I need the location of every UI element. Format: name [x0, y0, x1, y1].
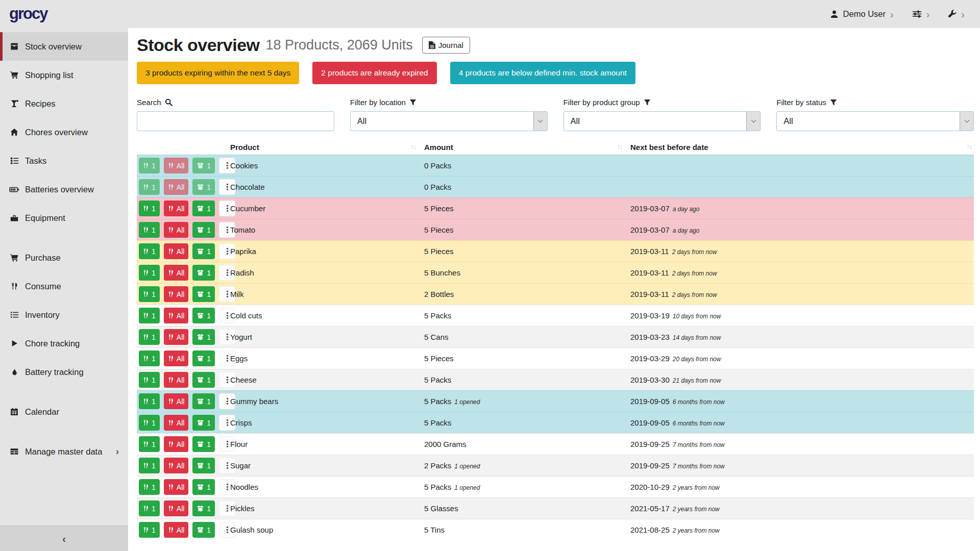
consume-one-button[interactable]: 1	[139, 286, 160, 302]
sidebar-item-stock-overview[interactable]: Stock overview	[0, 32, 128, 61]
open-one-button[interactable]: 1	[192, 265, 215, 281]
table-row[interactable]: 1 All 1 ⋮ Cookies	[137, 155, 974, 176]
table-row[interactable]: 1 All 1 ⋮ Tomato	[137, 219, 974, 240]
consume-all-button[interactable]: All	[164, 479, 189, 495]
table-row[interactable]: 1 All 1 ⋮ Pickles	[137, 497, 974, 519]
consume-one-button[interactable]: 1	[139, 393, 160, 409]
consume-all-button[interactable]: All	[164, 308, 189, 323]
settings-menu[interactable]: ›	[912, 9, 930, 19]
consume-all-button[interactable]: All	[164, 393, 189, 409]
open-one-button[interactable]: 1	[192, 158, 215, 173]
consume-all-button[interactable]: All	[164, 329, 189, 345]
amount-column-header[interactable]: Amount ↑↓	[424, 143, 630, 152]
date-column-header[interactable]: Next best before date ↑↓	[630, 143, 974, 152]
consume-one-button[interactable]: 1	[139, 179, 160, 195]
consume-all-button[interactable]: All	[164, 265, 189, 281]
open-one-button[interactable]: 1	[192, 372, 215, 388]
consume-one-button[interactable]: 1	[139, 522, 160, 538]
consume-one-button[interactable]: 1	[139, 308, 160, 323]
consume-one-button[interactable]: 1	[139, 479, 160, 495]
sidebar-item-calendar[interactable]: Calendar	[0, 397, 128, 426]
consume-all-button[interactable]: All	[164, 201, 189, 216]
open-one-button[interactable]: 1	[192, 393, 215, 409]
sort-icon[interactable]: ↑↓	[411, 143, 416, 151]
open-one-button[interactable]: 1	[192, 458, 215, 473]
consume-all-button[interactable]: All	[164, 222, 189, 238]
consume-one-button[interactable]: 1	[139, 329, 160, 345]
consume-all-button[interactable]: All	[164, 286, 189, 302]
table-row[interactable]: 1 All 1 ⋮ Yogurt	[137, 326, 974, 347]
consume-one-button[interactable]: 1	[139, 222, 160, 238]
sidebar-item-consume[interactable]: Consume	[0, 272, 128, 300]
table-row[interactable]: 1 All 1 ⋮ Gulash soup	[137, 519, 974, 540]
consume-one-button[interactable]: 1	[139, 458, 160, 473]
table-row[interactable]: 1 All 1 ⋮ Noodles	[137, 476, 974, 497]
consume-one-button[interactable]: 1	[139, 265, 160, 281]
consume-all-button[interactable]: All	[164, 158, 189, 173]
consume-one-button[interactable]: 1	[139, 243, 160, 259]
consume-all-button[interactable]: All	[164, 179, 189, 195]
admin-menu[interactable]: ›	[948, 9, 965, 19]
open-one-button[interactable]: 1	[192, 243, 215, 259]
consume-one-button[interactable]: 1	[139, 415, 160, 431]
sidebar-item-equipment[interactable]: Equipment	[0, 204, 128, 232]
filter-select[interactable]: All	[564, 111, 761, 131]
open-one-button[interactable]: 1	[192, 415, 215, 431]
product-column-header[interactable]: Product ↑↓	[230, 143, 424, 152]
sidebar-item-tasks[interactable]: Tasks	[0, 146, 128, 175]
consume-all-button[interactable]: All	[164, 522, 189, 538]
open-one-button[interactable]: 1	[192, 522, 215, 538]
consume-all-button[interactable]: All	[164, 350, 189, 366]
sort-icon[interactable]: ↑↓	[967, 143, 972, 151]
table-row[interactable]: 1 All 1 ⋮ Gummy bears	[137, 390, 974, 412]
consume-all-button[interactable]: All	[164, 372, 189, 388]
table-row[interactable]: 1 All 1 ⋮ Paprika	[137, 240, 974, 262]
consume-one-button[interactable]: 1	[139, 158, 160, 173]
consume-one-button[interactable]: 1	[139, 372, 160, 388]
open-one-button[interactable]: 1	[192, 308, 215, 323]
table-row[interactable]: 1 All 1 ⋮ Chocolate	[137, 176, 974, 197]
journal-button[interactable]: Journal	[422, 37, 470, 54]
sort-icon[interactable]: ↑↓	[617, 143, 623, 151]
table-row[interactable]: 1 All 1 ⋮ Sugar	[137, 455, 974, 476]
sidebar-item-chores-overview[interactable]: Chores overview	[0, 118, 128, 146]
open-one-button[interactable]: 1	[192, 329, 215, 345]
open-one-button[interactable]: 1	[192, 201, 215, 216]
consume-all-button[interactable]: All	[164, 500, 189, 516]
consume-one-button[interactable]: 1	[139, 350, 160, 366]
table-row[interactable]: 1 All 1 ⋮ Crisps	[137, 412, 974, 433]
search-input[interactable]	[137, 112, 334, 131]
table-row[interactable]: 1 All 1 ⋮ Cold cuts	[137, 305, 974, 326]
table-row[interactable]: 1 All 1 ⋮ Milk	[137, 283, 974, 305]
sidebar-item-chore-tracking[interactable]: Chore tracking	[0, 329, 128, 358]
sidebar-item-recipes[interactable]: Recipes	[0, 89, 128, 118]
open-one-button[interactable]: 1	[192, 179, 215, 195]
sidebar-item-shopping-list[interactable]: Shopping list	[0, 61, 128, 89]
sidebar-item-inventory[interactable]: Inventory	[0, 300, 128, 329]
sidebar-item-battery-tracking[interactable]: Battery tracking	[0, 358, 128, 386]
consume-one-button[interactable]: 1	[139, 500, 160, 516]
consume-one-button[interactable]: 1	[139, 201, 160, 216]
open-one-button[interactable]: 1	[192, 286, 215, 302]
sidebar-item-purchase[interactable]: Purchase	[0, 243, 128, 272]
sidebar-collapse-button[interactable]: ‹	[0, 525, 128, 551]
filter-select[interactable]: All	[776, 111, 974, 131]
open-one-button[interactable]: 1	[192, 350, 215, 366]
open-one-button[interactable]: 1	[192, 479, 215, 495]
table-row[interactable]: 1 All 1 ⋮ Cucumber	[137, 197, 974, 219]
app-logo[interactable]: grocy	[9, 5, 47, 23]
consume-one-button[interactable]: 1	[139, 436, 160, 452]
filter-select[interactable]: All	[350, 111, 548, 131]
open-one-button[interactable]: 1	[192, 500, 215, 516]
table-row[interactable]: 1 All 1 ⋮ Cheese	[137, 369, 974, 390]
table-row[interactable]: 1 All 1 ⋮ Radish	[137, 262, 974, 283]
table-row[interactable]: 1 All 1 ⋮ Eggs	[137, 347, 974, 369]
user-menu[interactable]: Demo User ›	[830, 9, 894, 19]
consume-all-button[interactable]: All	[164, 458, 189, 473]
open-one-button[interactable]: 1	[192, 436, 215, 452]
sidebar-item-batteries-overview[interactable]: Batteries overview	[0, 175, 128, 204]
consume-all-button[interactable]: All	[164, 415, 189, 431]
table-row[interactable]: 1 All 1 ⋮ Flour	[137, 433, 974, 455]
consume-all-button[interactable]: All	[164, 436, 189, 452]
open-one-button[interactable]: 1	[192, 222, 215, 238]
